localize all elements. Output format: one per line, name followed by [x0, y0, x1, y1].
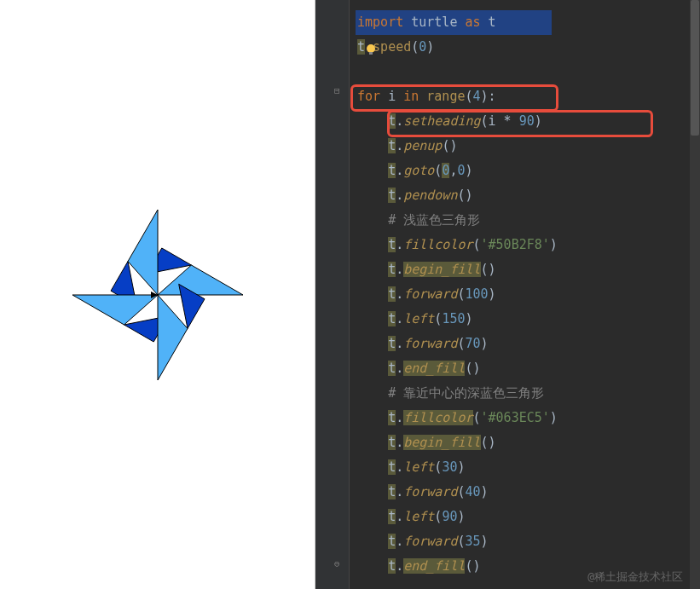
code-line[interactable]: t.left(90)	[350, 505, 690, 529]
code-editor-panel[interactable]: ⊟ ⊖ import turtle as t t.speed(0) for i …	[315, 0, 700, 589]
code-line[interactable]: import turtle as t	[350, 10, 690, 35]
code-line[interactable]: t.begin_fill()	[350, 257, 690, 282]
code-line[interactable]: t.forward(35)	[350, 529, 690, 554]
fold-icon[interactable]: ⊟	[334, 85, 344, 95]
intention-bulb-icon[interactable]	[364, 40, 378, 54]
code-line[interactable]: t.forward(40)	[350, 480, 690, 505]
watermark-text: @稀土掘金技术社区	[587, 569, 683, 585]
pinwheel-graphic	[30, 167, 286, 423]
code-line[interactable]: t.setheading(i * 90)	[350, 109, 690, 134]
code-line[interactable]: t.forward(100)	[350, 282, 690, 307]
svg-point-9	[367, 44, 375, 53]
code-line[interactable]: t.fillcolor('#063EC5')	[350, 406, 690, 430]
code-line[interactable]: t.pendown()	[350, 183, 690, 208]
code-line[interactable]: t.speed(0)	[350, 35, 690, 60]
vertical-scrollbar[interactable]	[690, 0, 700, 589]
turtle-canvas	[30, 167, 286, 423]
svg-rect-10	[369, 52, 373, 55]
code-line[interactable]: for i in range(4):	[350, 84, 690, 109]
code-line[interactable]: t.fillcolor('#50B2F8')	[350, 233, 690, 257]
fold-end-icon[interactable]: ⊖	[334, 558, 344, 569]
code-line[interactable]: t.forward(70)	[350, 332, 690, 356]
turtle-output-panel	[0, 0, 315, 589]
code-area[interactable]: import turtle as t t.speed(0) for i in r…	[350, 10, 690, 579]
code-line[interactable]: # 靠近中心的深蓝色三角形	[350, 381, 690, 406]
code-line[interactable]: # 浅蓝色三角形	[350, 208, 690, 233]
editor-gutter: ⊟ ⊖	[315, 0, 350, 589]
code-line[interactable]: t.left(30)	[350, 455, 690, 480]
code-line[interactable]: t.goto(0,0)	[350, 159, 690, 183]
code-line-blank[interactable]	[350, 60, 690, 84]
scrollbar-thumb[interactable]	[691, 0, 699, 136]
code-line[interactable]: t.begin_fill()	[350, 430, 690, 455]
code-line[interactable]: t.end_fill()	[350, 356, 690, 381]
code-line[interactable]: t.penup()	[350, 134, 690, 159]
code-line[interactable]: t.left(150)	[350, 307, 690, 332]
